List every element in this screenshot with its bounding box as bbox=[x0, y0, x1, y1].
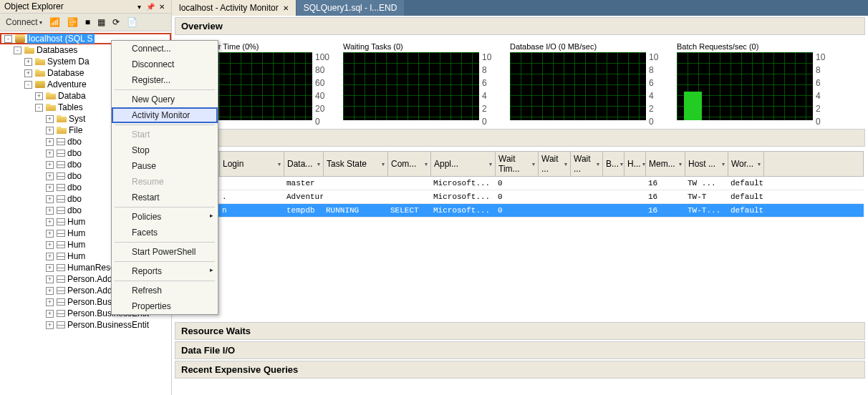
tree-node[interactable]: +Person.BusinessEntit bbox=[0, 319, 171, 331]
panel-dropdown-icon[interactable]: ▾ bbox=[134, 1, 144, 11]
expander-icon[interactable]: + bbox=[46, 218, 54, 226]
expander-icon[interactable]: + bbox=[46, 172, 54, 180]
column-header[interactable]: Wor...▾ bbox=[728, 152, 764, 176]
overview-header[interactable]: Overview bbox=[175, 17, 865, 35]
expander-icon[interactable]: + bbox=[46, 275, 54, 283]
expander-icon[interactable]: - bbox=[24, 81, 32, 89]
expander-icon[interactable]: - bbox=[14, 47, 21, 54]
expander-icon[interactable]: - bbox=[35, 104, 43, 112]
column-header[interactable]: Mem...▾ bbox=[646, 152, 685, 176]
menu-item-connect[interactable]: Connect... bbox=[112, 41, 218, 57]
filter-dropdown-icon[interactable]: ▾ bbox=[642, 161, 645, 167]
menu-item-facets[interactable]: Facets bbox=[112, 225, 218, 240]
menu-item-stop[interactable]: Stop bbox=[112, 142, 218, 158]
chart-yaxis: 1086420 bbox=[646, 52, 667, 120]
expander-icon[interactable]: + bbox=[46, 207, 54, 215]
filter-dropdown-icon[interactable]: ▾ bbox=[425, 161, 428, 167]
expander-icon[interactable]: + bbox=[46, 161, 54, 169]
menu-item-restart[interactable]: Restart bbox=[112, 190, 218, 205]
chart-grid bbox=[343, 52, 479, 120]
menu-item-properties[interactable]: Properties bbox=[112, 298, 218, 314]
filter-dropdown-icon[interactable]: ▾ bbox=[382, 161, 385, 167]
menu-item-activity-monitor[interactable]: Activity Monitor bbox=[112, 107, 218, 123]
table-cell: Adventur... bbox=[284, 190, 323, 203]
expander-icon[interactable]: + bbox=[46, 184, 54, 192]
expander-icon[interactable]: + bbox=[46, 138, 54, 146]
table-cell bbox=[602, 190, 624, 203]
ytick: 4 bbox=[649, 91, 654, 101]
tab[interactable]: localhost - Activity Monitor✕ bbox=[172, 0, 296, 16]
refresh-icon[interactable]: ⟳ bbox=[111, 16, 121, 29]
context-menu[interactable]: Connect...DisconnectRegister...New Query… bbox=[111, 40, 218, 315]
expander-icon[interactable]: + bbox=[46, 241, 54, 249]
expander-icon[interactable]: + bbox=[46, 253, 54, 260]
filter-dropdown-icon[interactable]: ▾ bbox=[532, 161, 535, 167]
chart-yaxis: 1086420 bbox=[813, 52, 834, 120]
menu-item-new-query[interactable]: New Query bbox=[112, 92, 218, 107]
expander-icon[interactable]: + bbox=[24, 58, 32, 66]
expander-icon[interactable]: + bbox=[46, 264, 54, 272]
table-row[interactable]: i.Adventur...Microsoft...016TW-Tdefault bbox=[176, 190, 864, 204]
stop-icon[interactable]: ■ bbox=[84, 16, 92, 29]
resource-waits-header[interactable]: Resource Waits bbox=[175, 322, 865, 340]
filter-dropdown-icon[interactable]: ▾ bbox=[278, 161, 281, 167]
panel-pin-icon[interactable]: 📌 bbox=[145, 1, 155, 11]
column-header[interactable]: B...▾ bbox=[603, 152, 625, 176]
expander-icon[interactable]: + bbox=[35, 92, 43, 100]
expander-icon[interactable]: + bbox=[46, 287, 54, 295]
expander-icon[interactable]: + bbox=[46, 195, 54, 203]
menu-item-policies[interactable]: Policies bbox=[112, 209, 218, 225]
menu-item-refresh[interactable]: Refresh bbox=[112, 283, 218, 298]
tab[interactable]: SQLQuery1.sql - l...END bbox=[296, 0, 405, 16]
expander-icon[interactable]: + bbox=[46, 115, 54, 123]
expander-icon[interactable]: + bbox=[46, 150, 54, 157]
column-header[interactable]: Host ...▾ bbox=[685, 152, 728, 176]
close-icon[interactable]: ✕ bbox=[283, 4, 289, 12]
table-cell: Microsoft... bbox=[430, 190, 495, 203]
processes-header[interactable]: ses bbox=[175, 129, 865, 147]
expander-icon[interactable]: + bbox=[46, 230, 54, 238]
table-row[interactable]: ntempdbRUNNINGSELECTMicrosoft...016TW-T.… bbox=[176, 204, 864, 218]
expander-icon[interactable]: + bbox=[46, 127, 54, 135]
data-file-io-header[interactable]: Data File I/O bbox=[175, 341, 865, 359]
column-header[interactable]: Wait ...▾ bbox=[571, 152, 603, 176]
column-header[interactable]: Task State▾ bbox=[324, 152, 388, 176]
expander-icon[interactable]: + bbox=[46, 321, 54, 329]
table-icon bbox=[57, 207, 65, 214]
table-cell bbox=[570, 204, 602, 217]
fold-icon bbox=[46, 104, 56, 111]
filter-icon[interactable]: ▦ bbox=[96, 16, 107, 29]
column-header[interactable]: Wait Tim...▾ bbox=[496, 152, 539, 176]
recent-queries-header[interactable]: Recent Expensive Queries bbox=[175, 361, 865, 379]
table-icon bbox=[57, 195, 65, 203]
menu-item-start-powershell[interactable]: Start PowerShell bbox=[112, 244, 218, 260]
column-header[interactable]: Data...▾ bbox=[284, 152, 324, 176]
filter-dropdown-icon[interactable]: ▾ bbox=[489, 161, 492, 167]
menu-item-reports[interactable]: Reports bbox=[112, 263, 218, 279]
menu-item-register[interactable]: Register... bbox=[112, 72, 218, 88]
column-header[interactable]: H...▾ bbox=[625, 152, 646, 176]
connect-icon[interactable]: 📶 bbox=[48, 16, 62, 29]
filter-dropdown-icon[interactable]: ▾ bbox=[564, 161, 567, 167]
expander-icon[interactable]: + bbox=[46, 310, 54, 318]
panel-close-icon[interactable]: ✕ bbox=[157, 1, 167, 11]
disconnect-icon[interactable]: 📴 bbox=[66, 16, 79, 29]
column-header[interactable]: Login▾ bbox=[220, 152, 284, 176]
connect-button[interactable]: Connect bbox=[4, 16, 44, 29]
table-row[interactable]: imasterMicrosoft...016TW ...default bbox=[176, 177, 864, 190]
column-header[interactable]: Appl...▾ bbox=[431, 152, 496, 176]
expander-icon[interactable]: - bbox=[4, 35, 12, 43]
filter-dropdown-icon[interactable]: ▾ bbox=[620, 161, 623, 167]
report-icon[interactable]: 📄 bbox=[125, 16, 139, 29]
filter-dropdown-icon[interactable]: ▾ bbox=[597, 161, 599, 167]
menu-item-disconnect[interactable]: Disconnect bbox=[112, 57, 218, 72]
column-header[interactable]: Com...▾ bbox=[388, 152, 431, 176]
expander-icon[interactable]: + bbox=[46, 298, 54, 306]
filter-dropdown-icon[interactable]: ▾ bbox=[722, 161, 725, 167]
filter-dropdown-icon[interactable]: ▾ bbox=[317, 161, 320, 167]
menu-item-pause[interactable]: Pause bbox=[112, 158, 218, 174]
filter-dropdown-icon[interactable]: ▾ bbox=[758, 161, 761, 167]
expander-icon[interactable]: + bbox=[24, 69, 32, 77]
filter-dropdown-icon[interactable]: ▾ bbox=[679, 161, 682, 167]
column-header[interactable]: Wait ...▾ bbox=[539, 152, 571, 176]
